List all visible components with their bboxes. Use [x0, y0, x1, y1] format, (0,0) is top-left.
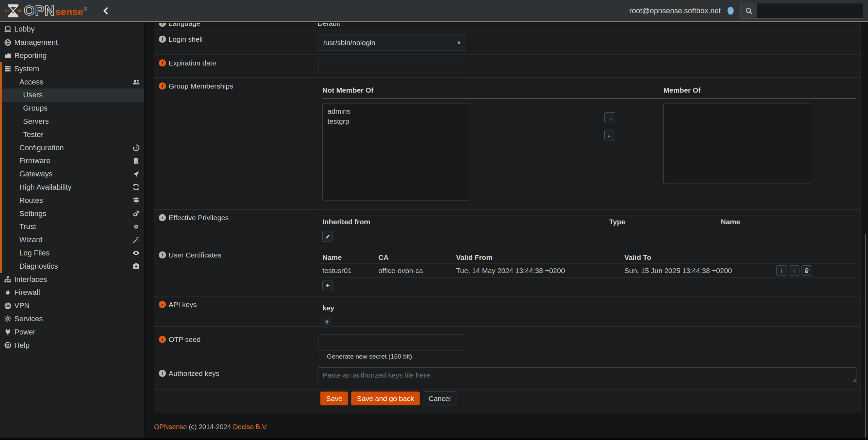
sidebar-item-diagnostics[interactable]: Diagnostics	[0, 260, 144, 273]
opnsense-logo[interactable]: OPNsense®	[5, 3, 87, 19]
sidebar-item-wizard[interactable]: Wizard	[0, 233, 144, 247]
list-item[interactable]: admins	[323, 106, 470, 116]
form-row-authorized-keys: iAuthorized keys	[154, 365, 861, 390]
deciso-link[interactable]: Deciso B.V.	[233, 423, 268, 431]
sidebar-item-power[interactable]: Power	[0, 325, 144, 339]
list-item[interactable]: testgrp	[323, 116, 470, 127]
sidebar-item-vpn[interactable]: VPN	[0, 299, 144, 312]
info-icon[interactable]: i	[159, 214, 166, 221]
sidebar-item-firewall[interactable]: Firewall	[0, 286, 144, 299]
info-icon[interactable]: i	[159, 59, 166, 66]
authorized-keys-textarea[interactable]	[318, 367, 856, 383]
sidebar-item-firmware[interactable]: Firmware	[0, 154, 144, 168]
download-certificate-button[interactable]: ↓	[776, 265, 787, 276]
resize-handle[interactable]	[851, 378, 856, 382]
page-scrollbar-thumb[interactable]	[865, 234, 866, 438]
plus-icon: +	[326, 282, 330, 290]
plus-icon: +	[325, 318, 329, 326]
save-button[interactable]: Save	[320, 391, 348, 405]
add-api-key-button[interactable]: +	[322, 317, 332, 327]
sidebar-item-lobby[interactable]: Lobby	[0, 23, 144, 36]
life-ring-icon	[4, 341, 12, 349]
sidebar-item-services[interactable]: Services	[0, 312, 144, 326]
field-label: Effective Privileges	[169, 214, 229, 222]
plug-icon	[4, 328, 12, 336]
sidebar-item-label: Lobby	[14, 25, 35, 34]
form-row-expiration-date: iExpiration date	[154, 55, 861, 78]
sidebar-item-gateways[interactable]: Gateways	[0, 168, 144, 181]
sidebar-item-tester[interactable]: Tester	[0, 128, 144, 141]
logo-registered-mark: ®	[84, 6, 87, 12]
info-icon[interactable]: i	[159, 370, 166, 377]
sidebar-item-high-availability[interactable]: High Availability	[0, 181, 144, 194]
add-certificate-button[interactable]: +	[322, 281, 333, 291]
bottom-edge-strip	[0, 438, 868, 440]
eye-icon	[132, 249, 140, 257]
arrow-down-icon: ↓	[780, 267, 783, 274]
login-shell-select[interactable]: /usr/sbin/nologin ▾	[318, 35, 466, 51]
field-label: User Certificates	[169, 251, 221, 259]
sidebar-item-log-files[interactable]: Log Files	[0, 247, 144, 260]
info-icon[interactable]: i	[159, 336, 166, 343]
sidebar-item-label: Servers	[23, 117, 49, 126]
sidebar-item-system[interactable]: System	[0, 62, 144, 75]
sidebar-item-access[interactable]: Access	[0, 75, 144, 89]
map-signs-icon	[132, 196, 140, 204]
remove-from-group-button[interactable]: ←	[604, 130, 615, 140]
sidebar-item-label: Interfaces	[14, 275, 47, 284]
form-row-actions: Save Save and go back Cancel	[154, 390, 861, 413]
server-icon	[4, 65, 12, 73]
form-row-otp-seed: iOTP seed Generate new secret (160 bit)	[154, 327, 861, 365]
globe-icon	[4, 302, 12, 310]
edit-privileges-button[interactable]	[322, 231, 333, 242]
add-to-group-button[interactable]: →	[604, 112, 615, 123]
magic-wand-icon	[132, 236, 140, 244]
sidebar-item-settings[interactable]: Settings	[0, 207, 144, 220]
delete-certificate-button[interactable]	[801, 265, 812, 276]
sidebar-item-label: Firmware	[19, 156, 51, 165]
info-icon[interactable]: i	[159, 82, 166, 90]
column-header: CA	[378, 253, 456, 262]
field-label: Authorized keys	[169, 369, 219, 378]
not-member-of-listbox[interactable]: admins testgrp	[322, 103, 470, 200]
sidebar-item-users[interactable]: Users	[0, 89, 144, 102]
arrow-down-icon: ↓	[793, 267, 796, 274]
sidebar-item-groups[interactable]: Groups	[0, 102, 144, 115]
opnsense-link[interactable]: OPNsense	[154, 423, 187, 431]
sidebar-item-routes[interactable]: Routes	[0, 194, 144, 207]
info-icon[interactable]: i	[159, 23, 166, 27]
sidebar-item-servers[interactable]: Servers	[0, 115, 144, 128]
sidebar-item-management[interactable]: Management	[0, 36, 144, 49]
hourglass-logo-icon	[5, 3, 21, 19]
sidebar-collapse-button[interactable]	[101, 5, 111, 17]
sidebar-item-label: Diagnostics	[19, 262, 58, 271]
search-input[interactable]	[757, 3, 863, 18]
sidebar-item-configuration[interactable]: Configuration	[0, 141, 144, 154]
cancel-button[interactable]: Cancel	[423, 391, 456, 405]
sidebar-item-label: Reporting	[14, 51, 46, 60]
info-icon[interactable]: i	[159, 301, 166, 308]
info-icon[interactable]: i	[159, 251, 166, 259]
sidebar-item-interfaces[interactable]: Interfaces	[0, 273, 144, 286]
footer-copyright: OPNsense (c) 2014-2024 Deciso B.V.	[154, 423, 268, 431]
generate-secret-checkbox[interactable]	[319, 354, 324, 359]
sidebar-item-reporting[interactable]: Reporting	[0, 49, 144, 62]
arrow-right-icon: →	[606, 114, 613, 122]
download-key-button[interactable]: ↓	[789, 265, 799, 276]
gears-icon	[132, 210, 140, 217]
expiration-date-input[interactable]	[318, 58, 466, 74]
member-of-listbox[interactable]	[663, 103, 811, 184]
certificates-table-header: Name CA Valid From Valid To	[318, 251, 856, 264]
sidebar-item-help[interactable]: Help	[0, 339, 144, 352]
user-edit-form: iLanguage Default iLogin shell /usr/sbin…	[154, 23, 861, 413]
status-dot[interactable]	[728, 7, 734, 15]
sidebar-nav: Lobby Management Reporting System Access…	[0, 23, 144, 440]
gear-icon	[4, 315, 12, 323]
otp-seed-input[interactable]	[318, 334, 466, 350]
top-header: OPNsense® root@opnsense.softbox.net	[0, 0, 868, 22]
form-row-effective-privileges: iEffective Privileges Inherited from Typ…	[154, 210, 861, 247]
sidebar-item-trust[interactable]: Trust	[0, 220, 144, 233]
laptop-icon	[4, 25, 12, 33]
info-icon[interactable]: i	[159, 36, 166, 43]
save-and-go-back-button[interactable]: Save and go back	[351, 391, 420, 405]
